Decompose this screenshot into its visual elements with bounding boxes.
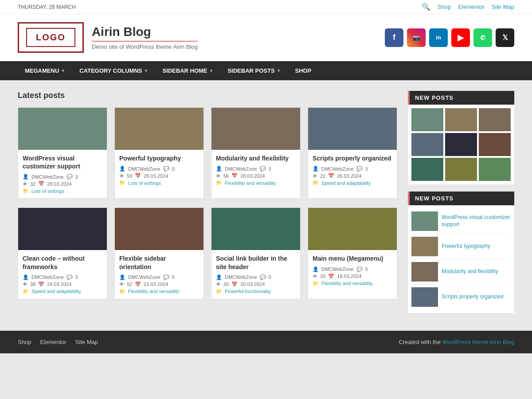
- youtube-icon[interactable]: ▶: [451, 28, 470, 47]
- post-card: Powerful typography 👤 DMCWebZone 💬 0 👁 5…: [114, 107, 204, 199]
- post-meta: 👤 DMCWebZone 💬 0 👁 59 📅 28.03.2024: [119, 166, 199, 186]
- post-meta: 👤 DMCWebZone 💬 3 👁 32 📅 28.03.2024: [23, 174, 102, 194]
- sidebar-list-item: Modularity and flexibility: [411, 259, 511, 285]
- views-count: 32: [30, 181, 35, 187]
- calendar-icon: 📅: [135, 173, 141, 179]
- calendar-icon: 📅: [328, 173, 334, 179]
- whatsapp-icon[interactable]: ✆: [473, 28, 492, 47]
- post-title[interactable]: Scripts properly organized: [313, 154, 392, 162]
- footer-credit-link[interactable]: WordPress theme Airin Blog: [442, 339, 514, 345]
- sidebar-post-title[interactable]: Modularity and flexibility: [442, 268, 498, 275]
- top-bar: THURSDAY, 28 MARCH 🔍 Shop Elementor Site…: [0, 0, 532, 14]
- nav-shop[interactable]: SHOP: [288, 61, 319, 80]
- post-category[interactable]: Powerful functionality: [225, 289, 271, 294]
- views-icon: 👁: [119, 282, 124, 287]
- sidebar-heading-new-posts: NEW POSTS: [408, 91, 514, 105]
- top-nav-sitemap[interactable]: Site Map: [492, 4, 514, 10]
- site-header: LOGO Airin Blog Demo site of WordPress t…: [0, 14, 532, 61]
- author-icon: 👤: [23, 274, 29, 280]
- nav-sidebar-posts[interactable]: SIDEBAR POSTS ▼: [220, 61, 288, 80]
- views-icon: 👁: [23, 282, 27, 287]
- post-category[interactable]: Speed and adaptability: [321, 180, 371, 186]
- post-category[interactable]: Flexibility and versatility: [321, 281, 373, 286]
- post-thumbnail: [211, 108, 300, 150]
- sidebar-list-item: WordPress visual customizer support: [411, 209, 511, 234]
- post-card: Flexible sidebar orientation 👤 DMCWebZon…: [114, 207, 204, 299]
- sidebar-list-item: Scripts properly organized: [411, 285, 511, 309]
- comment-count: 3: [269, 166, 271, 172]
- post-category[interactable]: Lots of settings: [31, 188, 64, 194]
- posts-grid-row2: Clean code – without frameworks 👤 DMCWeb…: [18, 207, 397, 299]
- post-title[interactable]: Powerful typography: [119, 154, 199, 162]
- post-thumbnail: [308, 208, 397, 250]
- nav-sidebar-home[interactable]: SIDEBAR HOME ▼: [155, 61, 220, 80]
- nav-category-columns[interactable]: CATEGORY COLUMNS ▼: [72, 61, 155, 80]
- logo-box-inner: LOGO: [26, 28, 75, 47]
- header-left: LOGO Airin Blog Demo site of WordPress t…: [18, 22, 198, 53]
- post-meta: 👤 DMCWebZone 💬 0 👁 52 📅 21.03.2024: [119, 274, 199, 294]
- sidebar-thumb-item[interactable]: [445, 108, 477, 131]
- comment-count: 3: [75, 274, 78, 280]
- chevron-down-icon: ▼: [144, 68, 149, 73]
- folder-icon: 📁: [216, 180, 222, 186]
- facebook-icon[interactable]: f: [385, 28, 403, 47]
- sidebar-thumb-item[interactable]: [411, 108, 443, 131]
- post-title[interactable]: Flexible sidebar orientation: [119, 254, 199, 270]
- comment-count: 0: [269, 274, 271, 280]
- comment-count: 3: [75, 174, 78, 180]
- sidebar-thumb-item[interactable]: [411, 158, 443, 181]
- sidebar-thumb-item[interactable]: [445, 158, 477, 181]
- sidebar-post-title[interactable]: Powerful typography: [442, 243, 490, 250]
- top-nav-shop[interactable]: Shop: [438, 4, 451, 10]
- folder-icon: 📁: [313, 281, 319, 286]
- footer-link-sitemap[interactable]: Site Map: [75, 339, 98, 345]
- post-date: 28.03.2024: [240, 173, 265, 179]
- post-body: Clean code – without frameworks 👤 DMCWeb…: [18, 250, 107, 298]
- nav-megamenu[interactable]: MEGAMENU ▼: [18, 61, 72, 80]
- sidebar-thumb-item[interactable]: [411, 133, 443, 156]
- x-twitter-icon[interactable]: 𝕏: [496, 28, 514, 47]
- author-icon: 👤: [216, 166, 222, 172]
- post-title[interactable]: Main menu (Megamenu): [313, 254, 392, 262]
- post-title[interactable]: Modularity and flexibility: [216, 154, 296, 162]
- sidebar-thumb-item[interactable]: [479, 133, 511, 156]
- sidebar-post-title[interactable]: WordPress visual customizer support: [442, 214, 511, 228]
- author-icon: 👤: [216, 274, 222, 280]
- post-card: Clean code – without frameworks 👤 DMCWeb…: [18, 207, 107, 299]
- views-count: 56: [223, 173, 229, 179]
- post-date: 20.03.2024: [240, 282, 265, 287]
- post-title[interactable]: Social link builder in the site header: [216, 254, 296, 270]
- search-button[interactable]: 🔍: [422, 3, 430, 11]
- post-category[interactable]: Lots of settings: [128, 180, 161, 186]
- logo-box[interactable]: LOGO: [18, 22, 84, 53]
- folder-icon: 📁: [216, 289, 222, 294]
- post-card: WordPress visual customizer support 👤 DM…: [18, 107, 107, 199]
- instagram-icon[interactable]: 📷: [407, 28, 426, 47]
- author-icon: 👤: [119, 274, 125, 280]
- post-category[interactable]: Flexibility and versatility: [128, 289, 180, 294]
- sidebar-thumb-item[interactable]: [479, 108, 511, 131]
- sidebar-list-thumb: [411, 237, 438, 256]
- post-thumbnail: [308, 108, 397, 150]
- post-title[interactable]: WordPress visual customizer support: [23, 154, 102, 170]
- sidebar-post-title[interactable]: Scripts properly organized: [442, 293, 503, 301]
- post-title[interactable]: Clean code – without frameworks: [23, 254, 102, 270]
- footer-credit-text: Created with the: [399, 339, 442, 345]
- footer-link-shop[interactable]: Shop: [18, 339, 31, 345]
- post-body: Powerful typography 👤 DMCWebZone 💬 0 👁 5…: [115, 150, 203, 190]
- author-name: DMCWebZone: [128, 166, 160, 172]
- views-icon: 👁: [313, 274, 317, 279]
- site-footer: Shop Elementor Site Map Created with the…: [0, 331, 532, 353]
- main-wrapper: Latest posts WordPress visual customizer…: [0, 80, 532, 331]
- post-category[interactable]: Speed and adaptability: [31, 289, 81, 294]
- top-nav-elementor[interactable]: Elementor: [458, 4, 484, 10]
- date-display: THURSDAY, 28 MARCH: [18, 4, 76, 10]
- footer-link-elementor[interactable]: Elementor: [40, 339, 66, 345]
- linkedin-icon[interactable]: in: [429, 28, 448, 47]
- chevron-down-icon: ▼: [209, 68, 214, 73]
- sidebar-thumb-item[interactable]: [479, 158, 511, 181]
- post-meta: 👤 DMCWebZone 💬 3 👁 38 📅 24.03.2024: [23, 274, 102, 294]
- post-category[interactable]: Flexibility and versatility: [225, 180, 276, 186]
- logo-text: LOGO: [36, 32, 66, 42]
- sidebar-thumb-item[interactable]: [445, 133, 477, 156]
